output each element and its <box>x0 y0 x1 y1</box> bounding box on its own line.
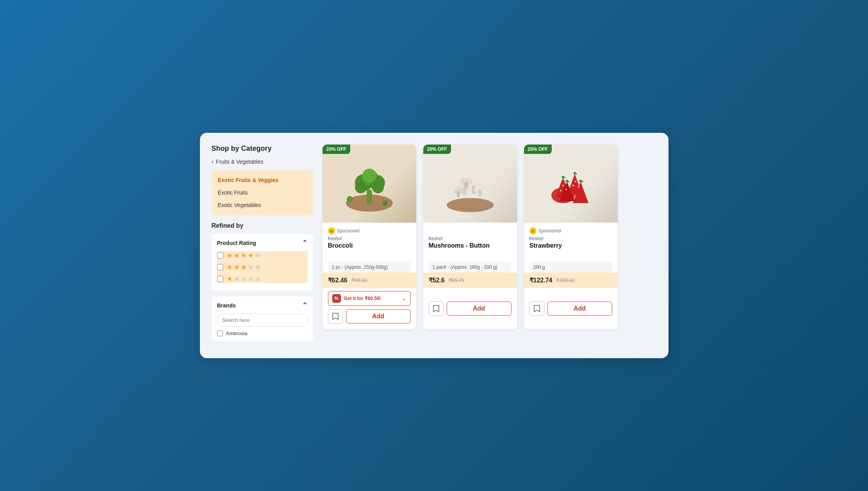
brands-header[interactable]: Brands ⌃ <box>217 301 308 310</box>
rating-row-3star: ★ ★ ★ ★ ★ <box>217 263 308 271</box>
brands-label: Brands <box>217 302 236 309</box>
sponsored-label-strawberry: Sponsored <box>538 228 561 234</box>
product-name-broccoli: Broccoli <box>328 242 411 258</box>
brand-label-ambrosia: Ambrosia <box>226 330 248 336</box>
rating-options: ★ ★ ★ ★ ★ ★ ★ ★ <box>217 251 308 283</box>
add-row-broccoli: Add <box>323 309 416 329</box>
star-2: ★ <box>233 263 240 271</box>
broccoli-image-svg <box>342 152 397 215</box>
product-info-mushroom: ☺ fresho! Mushrooms - Button 1 pack - (A… <box>423 223 517 273</box>
star-2: ★ <box>233 251 240 260</box>
rating-row-4star: ★ ★ ★ ★ ★ <box>217 251 308 260</box>
star-4: ★ <box>248 263 254 271</box>
svg-point-29 <box>575 181 576 182</box>
rating-checkbox-4star[interactable] <box>217 252 223 259</box>
bookmark-button-strawberry[interactable] <box>529 301 544 316</box>
star-5: ★ <box>255 275 261 283</box>
star-4: ★ <box>248 275 254 283</box>
star-3: ★ <box>241 275 247 283</box>
product-rating-label: Product Rating <box>217 240 256 246</box>
star-5: ★ <box>255 251 261 260</box>
product-image-strawberry <box>524 145 618 223</box>
brand-name-mushroom: fresho! <box>429 236 512 241</box>
price-row-strawberry: ₹122.74 ₹153.42 <box>524 273 618 288</box>
svg-point-10 <box>447 198 494 212</box>
svg-point-9 <box>382 200 388 206</box>
rating-checkbox-3star[interactable] <box>217 264 223 270</box>
no-offer-spacer-strawberry <box>524 288 618 301</box>
bookmark-icon-mushroom <box>433 305 440 312</box>
qty-selector-mushroom[interactable]: 1 pack - (Approx. 180g - 200 g) <box>429 262 512 273</box>
bookmark-icon-strawberry <box>533 305 540 312</box>
product-card-mushroom: 20% OFF ☺ fresho! Mushrooms - Button 1 p… <box>423 145 517 329</box>
brand-name-broccoli: fresho! <box>328 236 411 241</box>
star-2: ★ <box>233 275 240 283</box>
star-3: ★ <box>241 251 247 260</box>
price-row-broccoli: ₹62.46 ₹78.08 <box>323 273 416 288</box>
discount-badge-broccoli: 20% OFF <box>323 145 350 154</box>
sponsored-icon-strawberry: ☺ <box>529 227 536 234</box>
offer-icon-broccoli: % <box>332 294 341 303</box>
bookmark-button-broccoli[interactable] <box>328 309 343 324</box>
main-card: Shop by Category ‹ Fruits & Vegetables E… <box>200 133 668 358</box>
discount-badge-strawberry: 20% OFF <box>524 145 552 154</box>
refined-by-label: Refined by <box>212 222 313 229</box>
layout: Shop by Category ‹ Fruits & Vegetables E… <box>212 145 657 346</box>
category-back-label: Fruits & Vegetables <box>216 159 263 165</box>
category-sub-item-2[interactable]: Exotic Vegetables <box>212 199 313 211</box>
svg-point-26 <box>562 185 564 186</box>
star-1: ★ <box>226 263 233 271</box>
brands-collapse-icon: ⌃ <box>302 301 308 310</box>
offer-button-broccoli[interactable]: % Get it for ₹60.58! ⌄ <box>328 291 411 306</box>
brand-name-strawberry: fresho! <box>529 236 612 241</box>
star-4: ★ <box>248 251 254 260</box>
add-button-strawberry[interactable]: Add <box>547 302 612 316</box>
category-back-button[interactable]: ‹ Fruits & Vegetables <box>212 158 313 165</box>
brand-row-ambrosia: Ambrosia <box>217 330 308 336</box>
rating-checkbox-1star[interactable] <box>217 276 223 282</box>
stars-3star: ★ ★ ★ ★ ★ <box>226 263 261 271</box>
category-sub-item-1[interactable]: Exotic Fruits <box>212 186 313 199</box>
svg-point-7 <box>372 182 384 193</box>
bookmark-button-mushroom[interactable] <box>429 301 444 316</box>
price-original-broccoli: ₹78.08 <box>351 277 367 283</box>
product-image-mushroom <box>423 145 517 223</box>
category-active-item[interactable]: Exotic Fruits & Veggies <box>212 174 313 186</box>
add-button-mushroom[interactable]: Add <box>447 302 512 316</box>
back-chevron-icon: ‹ <box>212 158 214 165</box>
sidebar: Shop by Category ‹ Fruits & Vegetables E… <box>212 145 313 346</box>
svg-point-30 <box>578 186 579 187</box>
price-original-mushroom: ₹65.75 <box>449 277 465 283</box>
category-panel: Exotic Fruits & Veggies Exotic Fruits Ex… <box>212 170 313 215</box>
sponsored-row-strawberry: ☺ Sponsored <box>529 227 612 234</box>
bookmark-icon-broccoli <box>332 312 339 320</box>
brand-checkbox-ambrosia[interactable] <box>217 330 223 336</box>
qty-selector-strawberry[interactable]: 200 g <box>529 262 612 273</box>
price-current-mushroom: ₹52.6 <box>429 277 445 284</box>
svg-rect-16 <box>464 182 468 189</box>
product-rating-header[interactable]: Product Rating ⌃ <box>217 239 308 247</box>
product-image-broccoli <box>323 145 416 223</box>
price-current-strawberry: ₹122.74 <box>529 277 553 284</box>
strawberry-image-svg <box>544 152 598 215</box>
star-3: ★ <box>241 263 247 271</box>
stars-4star: ★ ★ ★ ★ ★ <box>226 251 261 260</box>
add-row-strawberry: Add <box>524 301 618 321</box>
price-original-strawberry: ₹153.42 <box>556 277 575 283</box>
product-name-strawberry: Strawberry <box>529 242 612 258</box>
sponsored-row-broccoli: ☺ Sponsored <box>328 227 411 234</box>
product-rating-collapse-icon: ⌃ <box>302 239 308 247</box>
brands-search-input[interactable] <box>217 314 308 327</box>
sponsored-icon-broccoli: ☺ <box>328 227 335 234</box>
star-1: ★ <box>226 251 233 260</box>
offer-chevron-icon: ⌄ <box>402 295 406 302</box>
qty-selector-broccoli[interactable]: 1 pc - (Approx. 250g-500g) <box>328 262 411 273</box>
products-grid: 20% OFF ☺ Sponsored fresho! Broccoli 1 p… <box>323 145 657 329</box>
svg-point-27 <box>565 189 567 190</box>
svg-point-5 <box>362 169 376 183</box>
product-rating-filter: Product Rating ⌃ ★ ★ ★ ★ ★ <box>212 234 313 291</box>
add-button-broccoli[interactable]: Add <box>346 309 411 323</box>
brands-filter: Brands ⌃ Ambrosia <box>212 296 313 341</box>
product-card-strawberry: 20% OFF ☺ Sponsored fresho! Strawberry 2… <box>524 145 618 329</box>
add-row-mushroom: Add <box>423 301 517 321</box>
